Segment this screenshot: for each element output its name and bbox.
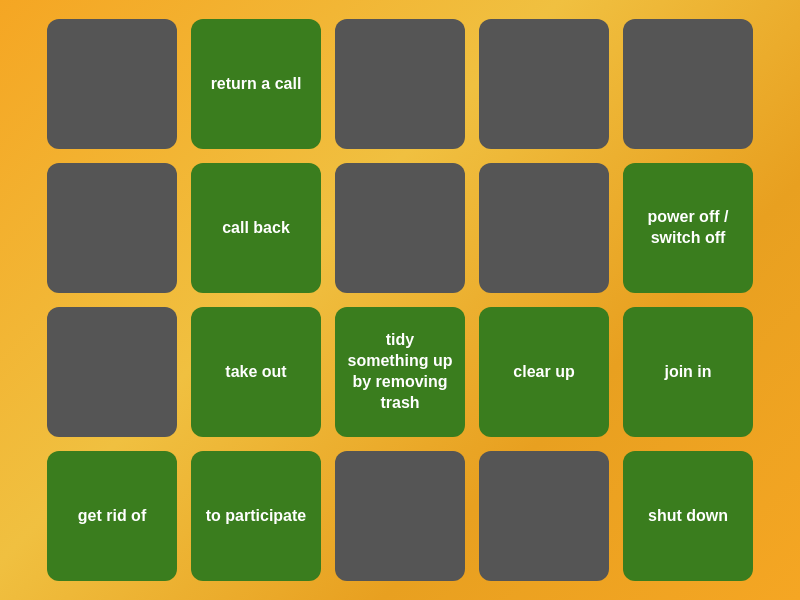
- card-r3c4[interactable]: shut down: [623, 451, 753, 581]
- card-r2c4[interactable]: join in: [623, 307, 753, 437]
- card-r1c1[interactable]: call back: [191, 163, 321, 293]
- card-r3c1[interactable]: to participate: [191, 451, 321, 581]
- card-r3c2[interactable]: [335, 451, 465, 581]
- card-r0c1[interactable]: return a call: [191, 19, 321, 149]
- card-r2c1[interactable]: take out: [191, 307, 321, 437]
- card-r3c0[interactable]: get rid of: [47, 451, 177, 581]
- card-r0c3[interactable]: [479, 19, 609, 149]
- card-r0c0[interactable]: [47, 19, 177, 149]
- card-r1c0[interactable]: [47, 163, 177, 293]
- card-r3c3[interactable]: [479, 451, 609, 581]
- card-r1c4[interactable]: power off / switch off: [623, 163, 753, 293]
- card-r0c2[interactable]: [335, 19, 465, 149]
- card-r1c2[interactable]: [335, 163, 465, 293]
- card-r0c4[interactable]: [623, 19, 753, 149]
- card-r1c3[interactable]: [479, 163, 609, 293]
- card-r2c2[interactable]: tidy something up by removing trash: [335, 307, 465, 437]
- card-r2c3[interactable]: clear up: [479, 307, 609, 437]
- card-r2c0[interactable]: [47, 307, 177, 437]
- card-grid: return a callcall backpower off / switch…: [27, 0, 773, 600]
